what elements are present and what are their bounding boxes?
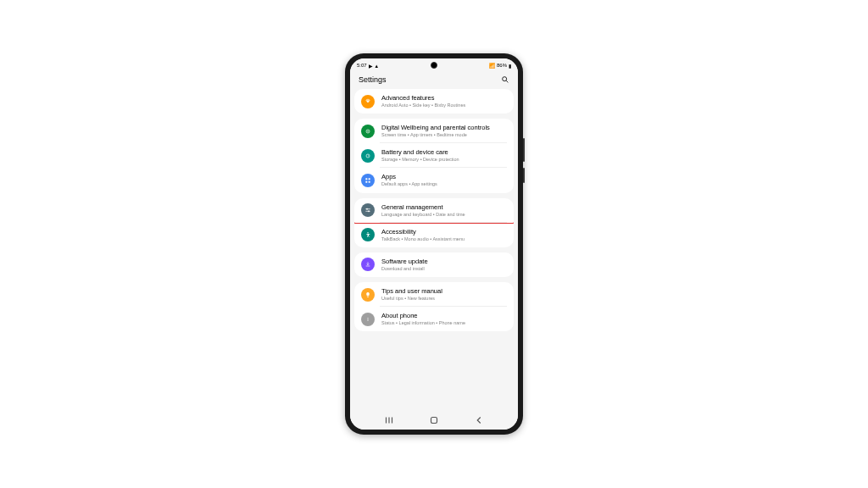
power-button: [523, 168, 525, 183]
front-camera: [431, 62, 437, 69]
item-subtitle: Storage • Memory • Device protection: [381, 157, 507, 163]
update-icon: [361, 258, 375, 271]
sliders-icon: [361, 203, 375, 217]
item-title: Tips and user manual: [381, 287, 507, 295]
item-title: Software update: [381, 258, 507, 265]
tips-icon: [361, 288, 375, 302]
item-software-update[interactable]: Software update Download and install: [354, 252, 514, 277]
screen: 5:07 ▶ ▲ 📶 86% ▮ Settings: [350, 58, 518, 430]
svg-point-14: [367, 232, 368, 233]
item-advanced-features[interactable]: Advanced features Android Auto • Side ke…: [354, 89, 514, 114]
item-about-phone[interactable]: About phone Status • Legal information •…: [354, 307, 514, 331]
svg-rect-17: [368, 319, 369, 321]
battery-icon: ▮: [509, 63, 511, 69]
recents-button[interactable]: [383, 414, 395, 426]
item-title: Accessibility: [381, 228, 507, 236]
navigation-bar: [350, 411, 518, 430]
item-subtitle: Language and keyboard • Date and time: [381, 212, 507, 218]
signal-icon: 📶: [489, 63, 495, 69]
svg-point-4: [367, 130, 368, 131]
gear-icon: [361, 95, 375, 108]
svg-line-1: [506, 80, 508, 82]
item-tips-manual[interactable]: Tips and user manual Useful tips • New f…: [354, 282, 514, 307]
wellbeing-icon: [361, 125, 375, 138]
svg-point-0: [503, 77, 507, 81]
svg-point-13: [368, 211, 369, 212]
svg-rect-15: [367, 297, 369, 297]
svg-rect-9: [369, 181, 370, 183]
header: Settings: [350, 72, 518, 89]
item-digital-wellbeing[interactable]: Digital Wellbeing and parental controls …: [354, 119, 514, 143]
highlight-box: General management Language and keyboard…: [354, 198, 514, 224]
accessibility-icon: [361, 228, 375, 241]
status-time: 5:07: [357, 63, 367, 68]
about-icon: [361, 313, 375, 326]
item-title: Digital Wellbeing and parental controls: [381, 124, 507, 131]
item-title: About phone: [381, 312, 507, 319]
back-button[interactable]: [473, 414, 485, 426]
svg-rect-7: [369, 178, 370, 180]
item-title: Apps: [381, 173, 507, 180]
page-title: Settings: [359, 75, 387, 84]
svg-point-16: [368, 318, 369, 319]
svg-rect-6: [365, 178, 367, 180]
item-subtitle: TalkBack • Mono audio • Assistant menu: [381, 236, 507, 242]
settings-list[interactable]: Advanced features Android Auto • Side ke…: [350, 89, 518, 411]
battery-percent: 86%: [497, 63, 507, 68]
home-button[interactable]: [428, 414, 440, 426]
item-subtitle: Status • Legal information • Phone name: [381, 320, 507, 326]
settings-group: Advanced features Android Auto • Side ke…: [354, 89, 514, 114]
svg-rect-8: [365, 181, 367, 183]
item-title: Battery and device care: [381, 148, 507, 156]
item-general-management[interactable]: General management Language and keyboard…: [354, 198, 514, 223]
item-subtitle: Screen time • App timers • Bedtime mode: [381, 132, 507, 138]
volume-button: [523, 138, 525, 162]
settings-group: Tips and user manual Useful tips • New f…: [354, 282, 514, 331]
item-subtitle: Useful tips • New features: [381, 296, 507, 302]
item-subtitle: Default apps • App settings: [381, 181, 507, 187]
settings-group: Digital Wellbeing and parental controls …: [354, 119, 514, 192]
svg-point-12: [366, 208, 367, 209]
search-icon[interactable]: [501, 75, 509, 84]
status-indicators: ▶ ▲: [369, 63, 380, 69]
svg-rect-21: [431, 418, 437, 424]
item-title: General management: [381, 203, 507, 211]
item-subtitle: Download and install: [381, 266, 507, 272]
item-subtitle: Android Auto • Side key • Bixby Routines: [381, 103, 507, 108]
apps-icon: [361, 174, 375, 187]
battery-icon: [361, 149, 375, 163]
item-title: Advanced features: [381, 94, 507, 102]
phone-frame: 5:07 ▶ ▲ 📶 86% ▮ Settings: [345, 53, 523, 435]
item-battery-device-care[interactable]: Battery and device care Storage • Memory…: [354, 143, 514, 168]
settings-group: Software update Download and install: [354, 252, 514, 277]
settings-group: General management Language and keyboard…: [354, 198, 514, 247]
item-apps[interactable]: Apps Default apps • App settings: [354, 168, 514, 192]
item-accessibility[interactable]: Accessibility TalkBack • Mono audio • As…: [354, 223, 514, 247]
